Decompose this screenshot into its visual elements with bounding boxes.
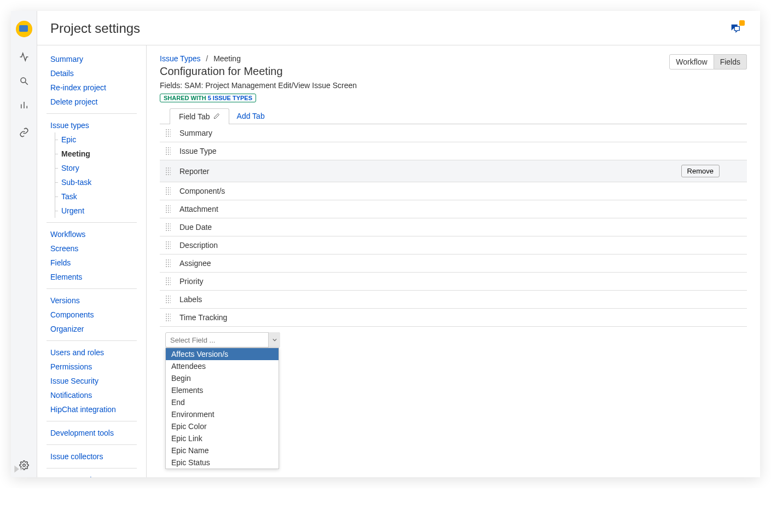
settings-sidebar: SummaryDetailsRe-index projectDelete pro… — [37, 45, 147, 477]
sidebar-item[interactable]: HipChat integration — [37, 402, 146, 417]
select-field-dropdown: Affects Version/sAttendeesBeginElementsE… — [165, 348, 279, 469]
field-name-label: Labels — [179, 295, 741, 304]
field-row: Priority — [160, 273, 747, 291]
field-row: Due Date — [160, 218, 747, 236]
drag-handle-icon[interactable] — [165, 167, 171, 176]
sidebar-item[interactable]: Notifications — [37, 388, 146, 402]
sidebar-subitem[interactable]: Task — [37, 189, 146, 204]
dropdown-option[interactable]: Epic Status — [166, 456, 279, 469]
drag-handle-icon[interactable] — [165, 129, 171, 137]
tab-row: Field Tab Add Tab — [160, 108, 747, 124]
fields-description: Fields: SAM: Project Management Edit/Vie… — [160, 81, 747, 90]
sidebar-item[interactable]: Versions — [37, 293, 146, 308]
field-name-label: Due Date — [179, 223, 741, 232]
sidebar-item[interactable]: Issue Security — [37, 374, 146, 388]
sidebar-item[interactable]: Permissions — [37, 360, 146, 374]
config-title: Configuration for Meeting — [160, 65, 747, 78]
field-row: Summary — [160, 124, 747, 142]
sidebar-item[interactable]: Organizer — [37, 322, 146, 336]
sidebar-item[interactable]: Delete project — [37, 95, 146, 109]
shared-badge: SHARED WITH 5 ISSUE TYPES — [160, 94, 256, 102]
sidebar-item[interactable]: Users and roles — [37, 345, 146, 360]
dropdown-option[interactable]: Begin — [166, 372, 279, 384]
add-tab-link[interactable]: Add Tab — [229, 108, 273, 124]
drag-handle-icon[interactable] — [165, 259, 171, 268]
field-name-label: Description — [179, 241, 741, 250]
reports-icon[interactable] — [16, 97, 32, 113]
dropdown-option[interactable]: Elements — [166, 384, 279, 396]
remove-button[interactable]: Remove — [681, 165, 720, 177]
dropdown-option[interactable]: Epic Name — [166, 444, 279, 456]
sidebar-item[interactable]: Smart Attachments — [37, 473, 146, 477]
drag-handle-icon[interactable] — [165, 313, 171, 322]
field-row: Time Tracking — [160, 309, 747, 327]
shared-badge-link[interactable]: 5 ISSUE TYPES — [208, 95, 252, 101]
project-avatar-icon[interactable] — [16, 21, 32, 37]
field-name-label: Assignee — [179, 259, 741, 268]
field-name-label: Time Tracking — [179, 313, 741, 322]
sidebar-subitem[interactable]: Urgent — [37, 204, 146, 218]
search-icon[interactable] — [16, 73, 32, 89]
link-icon[interactable] — [16, 125, 32, 140]
field-list: SummaryIssue TypeReporterRemoveComponent… — [160, 124, 747, 327]
drag-handle-icon[interactable] — [165, 205, 171, 213]
notification-badge — [739, 20, 745, 26]
drag-handle-icon[interactable] — [165, 241, 171, 250]
field-row: Assignee — [160, 255, 747, 273]
field-name-label: Issue Type — [179, 147, 741, 155]
sidebar-item[interactable]: Workflows — [37, 227, 146, 241]
dropdown-option[interactable]: Attendees — [166, 360, 279, 372]
sidebar-subitem[interactable]: Epic — [37, 132, 146, 147]
left-rail — [11, 11, 37, 477]
drag-handle-icon[interactable] — [165, 187, 171, 195]
field-name-label: Summary — [179, 129, 741, 137]
chevron-down-icon[interactable] — [268, 332, 280, 348]
tab-field-tab[interactable]: Field Tab — [170, 108, 229, 124]
svg-point-0 — [21, 78, 26, 83]
breadcrumb-parent[interactable]: Issue Types — [160, 54, 200, 63]
sidebar-item[interactable]: Components — [37, 308, 146, 322]
sidebar-item[interactable]: Fields — [37, 256, 146, 270]
field-row: Description — [160, 236, 747, 255]
dropdown-option[interactable]: Environment — [166, 408, 279, 420]
sidebar-item[interactable]: Summary — [37, 52, 146, 66]
dropdown-option[interactable]: Affects Version/s — [166, 348, 279, 360]
drag-handle-icon[interactable] — [165, 295, 171, 304]
breadcrumb: Issue Types / Meeting — [160, 54, 747, 63]
field-name-label: Reporter — [179, 167, 681, 176]
pencil-icon[interactable] — [213, 112, 220, 121]
drag-handle-icon[interactable] — [165, 223, 171, 232]
expand-handle-icon[interactable] — [12, 462, 26, 476]
main-content: Workflow Fields Issue Types / Meeting Co… — [147, 45, 760, 477]
field-name-label: Attachment — [179, 205, 741, 213]
dropdown-option[interactable]: End — [166, 396, 279, 408]
dropdown-option[interactable]: Epic Color — [166, 420, 279, 432]
field-name-label: Component/s — [179, 187, 741, 195]
sidebar-item[interactable]: Screens — [37, 241, 146, 256]
sidebar-item[interactable]: Elements — [37, 270, 146, 284]
sidebar-item[interactable]: Details — [37, 66, 146, 80]
drag-handle-icon[interactable] — [165, 277, 171, 286]
workflow-button[interactable]: Workflow — [669, 54, 714, 70]
svg-line-1 — [25, 82, 28, 85]
field-row: Component/s — [160, 182, 747, 200]
sidebar-item[interactable]: Re-index project — [37, 80, 146, 95]
sidebar-item[interactable]: Issue types — [37, 118, 146, 132]
activity-icon[interactable] — [16, 49, 32, 65]
breadcrumb-current: Meeting — [213, 54, 241, 63]
feedback-icon[interactable] — [729, 22, 741, 34]
field-row: Attachment — [160, 200, 747, 218]
sidebar-subitem[interactable]: Story — [37, 161, 146, 175]
sidebar-item[interactable]: Issue collectors — [37, 449, 146, 464]
page-title: Project settings — [50, 21, 140, 36]
field-row: Issue Type — [160, 142, 747, 160]
dropdown-option[interactable]: Epic Link — [166, 432, 279, 444]
select-field-input[interactable] — [165, 332, 280, 348]
sidebar-subitem[interactable]: Sub-task — [37, 175, 146, 189]
field-row: ReporterRemove — [160, 160, 747, 182]
fields-button[interactable]: Fields — [714, 54, 747, 70]
drag-handle-icon[interactable] — [165, 147, 171, 155]
sidebar-item[interactable]: Development tools — [37, 426, 146, 440]
sidebar-subitem[interactable]: Meeting — [37, 147, 146, 161]
field-name-label: Priority — [179, 277, 741, 286]
